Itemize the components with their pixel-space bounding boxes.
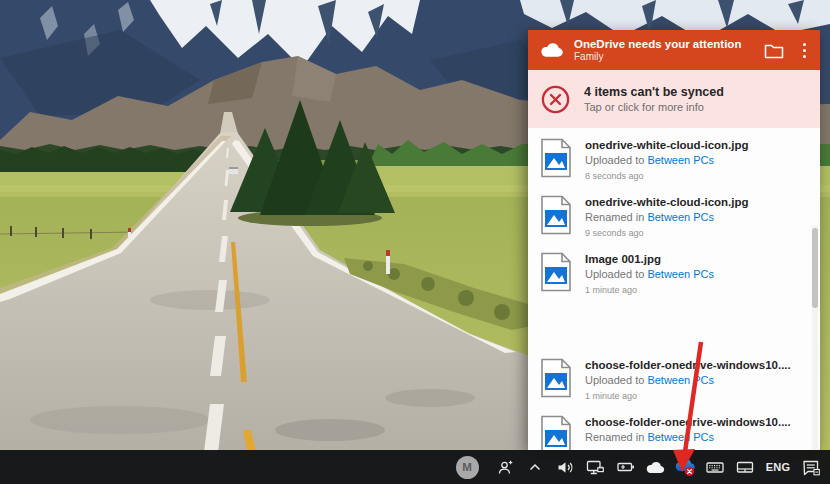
action-center-icon [801, 458, 821, 477]
panel-title: OneDrive needs your attention [574, 38, 741, 51]
error-title: 4 items can't be synced [584, 84, 724, 100]
onedrive-error-cloud-icon [672, 456, 698, 478]
people-bar-button[interactable] [490, 450, 520, 484]
desktop: OneDrive needs your attention Family [0, 0, 830, 484]
image-file-icon [540, 138, 572, 178]
show-hidden-icons-button[interactable] [520, 450, 550, 484]
folder-link[interactable]: Between PCs [647, 374, 714, 386]
more-vertical-icon [803, 43, 806, 58]
image-file-icon [540, 415, 572, 450]
touch-keyboard-button[interactable] [700, 450, 730, 484]
image-file-icon [540, 358, 572, 398]
folder-link[interactable]: Between PCs [647, 268, 714, 280]
file-action: Uploaded to [585, 268, 644, 280]
sync-error-banner[interactable]: 4 items can't be synced Tap or click for… [528, 70, 820, 128]
activity-list: onedrive-white-cloud-icon.jpg Uploaded t… [528, 128, 820, 450]
folder-link[interactable]: Between PCs [647, 431, 714, 443]
folder-icon [763, 41, 785, 60]
network-display-icon [585, 458, 605, 476]
avatar-letter: M [462, 461, 472, 473]
activity-item[interactable]: Image 001.jpg Uploaded to Between PCs 1 … [540, 252, 806, 295]
scrollbar-thumb[interactable] [812, 228, 818, 308]
error-circle-x-icon [540, 84, 571, 115]
keyboard-icon [705, 458, 725, 476]
onedrive-personal-button[interactable] [640, 450, 670, 484]
file-name: choose-folder-onedrive-windows10.... [585, 415, 791, 430]
file-timestamp: 1 minute ago [585, 285, 714, 295]
touchpad-button[interactable] [730, 450, 760, 484]
file-timestamp: 8 seconds ago [585, 171, 749, 181]
file-action: Renamed in [585, 431, 644, 443]
network-button[interactable] [580, 450, 610, 484]
error-subtitle: Tap or click for more info [584, 100, 724, 114]
file-timestamp: 1 minute ago [585, 391, 791, 401]
avatar: M [456, 456, 479, 479]
file-action: Renamed in [585, 211, 644, 223]
people-icon [496, 458, 515, 476]
activity-item[interactable]: onedrive-white-cloud-icon.jpg Renamed in… [540, 195, 806, 238]
people-contact-button[interactable]: M [452, 450, 482, 484]
activity-item[interactable]: choose-folder-onedrive-windows10.... Ren… [540, 415, 806, 450]
language-label: ENG [766, 461, 791, 473]
image-file-icon [540, 195, 572, 235]
power-battery-button[interactable] [610, 450, 640, 484]
taskbar: M [0, 450, 830, 484]
file-name: onedrive-white-cloud-icon.jpg [585, 195, 749, 210]
language-indicator[interactable]: ENG [760, 450, 796, 484]
more-options-button[interactable] [801, 41, 808, 60]
activity-item[interactable]: onedrive-white-cloud-icon.jpg Uploaded t… [540, 138, 806, 181]
file-timestamp: 9 seconds ago [585, 228, 749, 238]
action-center-button[interactable] [796, 450, 826, 484]
speaker-icon [556, 459, 575, 476]
file-name: onedrive-white-cloud-icon.jpg [585, 138, 749, 153]
onedrive-cloud-icon [538, 41, 565, 59]
chevron-up-icon [527, 459, 543, 475]
folder-link[interactable]: Between PCs [647, 154, 714, 166]
open-folder-button[interactable] [761, 39, 787, 62]
file-name: choose-folder-onedrive-windows10.... [585, 358, 791, 373]
onedrive-panel-header: OneDrive needs your attention Family [528, 30, 820, 70]
file-action: Uploaded to [585, 374, 644, 386]
battery-plug-icon [615, 459, 636, 475]
scrollbar-track[interactable] [812, 226, 818, 450]
activity-item[interactable]: choose-folder-onedrive-windows10.... Upl… [540, 358, 806, 401]
white-cloud-icon [644, 460, 666, 475]
touchpad-icon [735, 458, 755, 476]
onedrive-error-tray-button[interactable] [670, 450, 700, 484]
onedrive-flyout-panel: OneDrive needs your attention Family [528, 30, 820, 450]
panel-account-label: Family [574, 51, 741, 63]
file-action: Uploaded to [585, 154, 644, 166]
folder-link[interactable]: Between PCs [647, 211, 714, 223]
volume-button[interactable] [550, 450, 580, 484]
image-file-icon [540, 252, 572, 292]
file-name: Image 001.jpg [585, 252, 714, 267]
